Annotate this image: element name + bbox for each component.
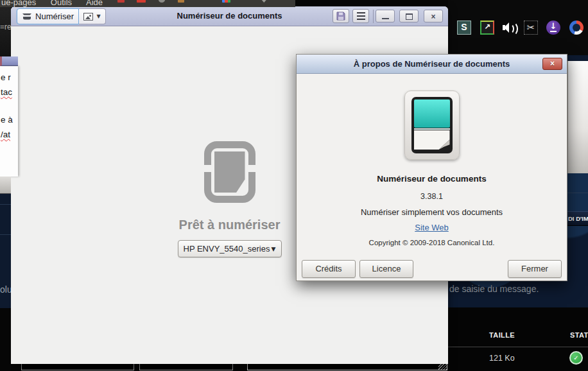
- minimize-button[interactable]: [376, 10, 395, 22]
- mail-section-header-text: DI D'IM: [567, 212, 588, 225]
- website-link-row: Site Web: [297, 223, 567, 232]
- column-header-size: TAILLE: [489, 331, 515, 339]
- tray-icon-screenshot-scissors[interactable]: ✂: [524, 21, 538, 35]
- hamburger-icon: [357, 12, 365, 13]
- app-version: 3.38.1: [297, 192, 567, 201]
- compose-text-fragment-misspelled: tac: [1, 87, 12, 97]
- scan-split-button[interactable]: Numériser ▼: [17, 8, 106, 24]
- scan-type-dropdown[interactable]: ▼: [79, 8, 106, 24]
- ring-center: [573, 24, 580, 31]
- license-button[interactable]: Licence: [359, 260, 413, 278]
- background-menubar: ue-pages Outils Aide: [0, 0, 295, 7]
- scanner-glass: [414, 99, 450, 128]
- close-button[interactable]: ×: [424, 10, 443, 22]
- app-name: Numériseur de documents: [297, 174, 567, 184]
- device-selector-value: HP ENVY_5540_series: [184, 244, 270, 254]
- menu-item-tools[interactable]: Outils: [51, 0, 72, 7]
- divider-line: [0, 234, 11, 235]
- left-dark-strip: [0, 308, 11, 371]
- scanner-headerbar: Numériseur de documents Numériser ▼: [11, 6, 448, 26]
- gear-icon[interactable]: [159, 0, 165, 3]
- save-button[interactable]: [333, 9, 349, 23]
- scan-line: [414, 128, 450, 130]
- resize-grip-icon: [438, 364, 447, 370]
- maximize-icon: [406, 13, 413, 20]
- table-divider: [448, 347, 588, 347]
- dialog-close-button[interactable]: ×: [542, 58, 562, 70]
- addon-icon[interactable]: [117, 0, 125, 3]
- scanner-app-icon: [411, 97, 453, 153]
- tray-icon-volume[interactable]: [502, 21, 516, 35]
- tray-icon-image-export[interactable]: ↗: [480, 21, 494, 35]
- compose-toolbar-sliver: [0, 56, 18, 66]
- headerbar-separator: [373, 10, 374, 23]
- message-hint-text: de saisie du message.: [449, 284, 539, 294]
- image-icon: [83, 13, 93, 21]
- save-icon: [336, 12, 345, 21]
- dialog-title: À propos de Numériseur de documents: [297, 55, 567, 73]
- background-field-box: [139, 363, 233, 370]
- chevron-down-icon: ▼: [96, 13, 100, 19]
- compose-text-fragment: e à: [1, 115, 13, 125]
- credits-button[interactable]: Crédits: [302, 260, 356, 278]
- tray-icon-s-letter[interactable]: S: [457, 21, 471, 35]
- attachment-table: TAILLE STATUT 121 Ko ✓: [448, 307, 588, 371]
- background-field-box: [21, 363, 134, 370]
- mail-section-divider: [567, 193, 588, 193]
- tray-icon-download-manager[interactable]: ↓: [546, 21, 560, 35]
- copyright-text: Copyright © 2009-2018 Canonical Ltd.: [297, 239, 567, 246]
- status-check-icon: ✓: [569, 351, 583, 365]
- close-icon: ×: [431, 12, 435, 21]
- google-addon-icon[interactable]: [222, 0, 230, 3]
- scan-button-label: Numériser: [35, 12, 74, 21]
- download-bar: [550, 31, 557, 32]
- editor-sliver: =re: [0, 7, 11, 56]
- compose-statusbar-sliver: [0, 177, 11, 194]
- divider-line: [0, 204, 11, 205]
- addon-icon[interactable]: [137, 0, 146, 3]
- device-selector[interactable]: HP ENVY_5540_series ▼: [178, 240, 282, 257]
- menu-button[interactable]: [352, 9, 369, 23]
- menu-item-bookmarks[interactable]: ue-pages: [1, 0, 36, 7]
- arrow-down-icon[interactable]: [261, 0, 267, 3]
- scanner-icon: [22, 13, 32, 21]
- maximize-button[interactable]: [399, 10, 419, 22]
- background-field-box: [247, 363, 447, 370]
- app-icon: [404, 91, 460, 160]
- close-dialog-button[interactable]: Fermer: [508, 260, 562, 278]
- ready-to-scan-icon: [204, 141, 255, 203]
- editor-text-fragment: =re: [0, 22, 11, 31]
- addon-icon[interactable]: [178, 0, 184, 3]
- dialog-titlebar: À propos de Numériseur de documents ×: [297, 55, 567, 74]
- mail-section-header: DI D'IM: [567, 211, 588, 226]
- close-icon: ×: [550, 59, 555, 68]
- menu-item-help[interactable]: Aide: [86, 0, 103, 7]
- minimize-icon: [382, 18, 389, 19]
- tray-icon-color-ring[interactable]: [569, 21, 584, 35]
- icon-notch: [204, 165, 211, 172]
- left-text-fragment: olus: [0, 284, 11, 295]
- background-window-edge: [567, 61, 588, 173]
- about-dialog: À propos de Numériseur de documents × Nu…: [296, 54, 567, 281]
- compose-body-sliver: e r tac e à /at: [0, 66, 18, 177]
- speaker-wave: [507, 22, 518, 36]
- column-header-status: STATUT: [570, 331, 588, 339]
- website-link[interactable]: Site Web: [415, 223, 449, 232]
- scan-button[interactable]: Numériser: [17, 8, 79, 24]
- chevron-down-icon: ▼: [272, 246, 276, 252]
- app-description: Numériser simplement vos documents: [297, 207, 567, 217]
- compose-text-fragment: e r: [1, 73, 11, 82]
- icon-notch: [248, 165, 255, 172]
- mail-left-sliver: olus: [0, 194, 11, 308]
- document-page-shape: [214, 151, 245, 193]
- compose-text-fragment-misspelled: /at: [1, 130, 10, 139]
- file-size-cell: 121 Ko: [489, 354, 515, 363]
